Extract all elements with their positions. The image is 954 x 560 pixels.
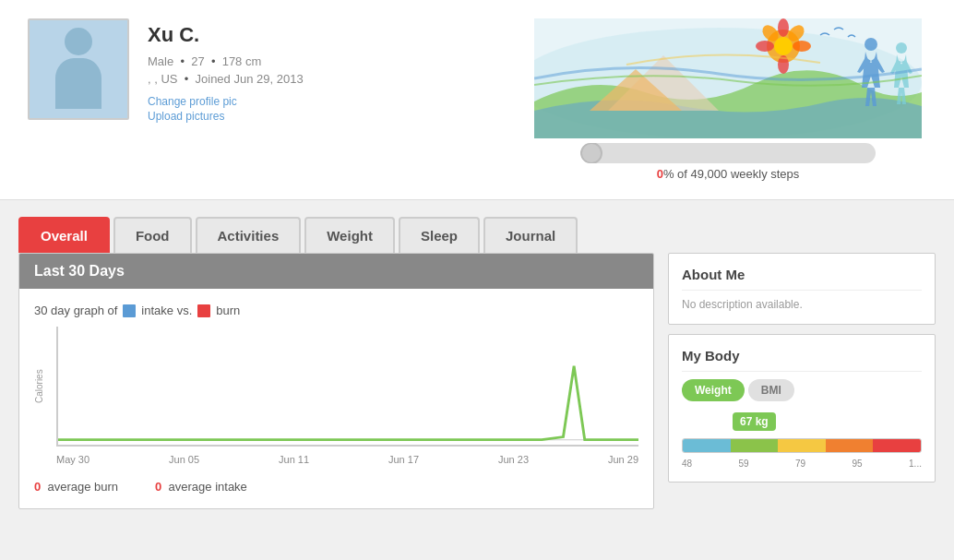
legend-burn-label: burn [216,304,240,317]
tab-activities[interactable]: Activities [196,217,302,253]
tab-weight[interactable]: Weight [304,217,395,253]
chart-svg [58,327,638,445]
profile-age: 27 [191,54,204,68]
chart-container: Calories [34,327,638,447]
steps-label: % of 49,000 weekly steps [663,167,799,181]
avg-intake-val: 0 [155,480,161,494]
profile-links: Change profile pic Upload pictures [148,95,304,123]
legend-burn-icon [197,304,210,317]
right-panel: About Me No description available. My Bo… [668,253,936,509]
body-tab-weight[interactable]: Weight [682,379,745,401]
bmi-seg-morbid [873,439,921,452]
svg-point-12 [865,38,877,51]
profile-section: Xu C. Male • 27 • 178 cm , , US • Joined… [0,0,954,200]
page-wrapper: Xu C. Male • 27 • 178 cm , , US • Joined… [0,0,954,560]
panel-body: 30 day graph of intake vs. burn Calories [19,289,653,508]
avg-intake-label: average intake [169,480,247,494]
x-label-0: May 30 [56,454,89,465]
steps-text: 0% of 49,000 weekly steps [657,167,800,181]
tab-sleep[interactable]: Sleep [399,217,480,253]
avatar-body [55,58,101,109]
avg-intake-stat: 0 average intake [155,480,247,494]
about-me-card: About Me No description available. [668,253,936,325]
avatar-head [65,28,92,55]
chart-stats: 0 average burn 0 average intake [34,476,638,494]
bmi-seg-underweight [683,439,731,452]
legend-intake-label: intake vs. [141,304,192,317]
profile-meta-row1: Male • 27 • 178 cm [148,54,304,68]
y-axis-label: Calories [34,327,53,447]
profile-location: , , US [148,72,178,86]
bmi-label-1: 59 [739,459,749,469]
bmi-label-4: 1... [909,459,922,469]
bmi-seg-normal [731,439,779,452]
bmi-seg-obese [826,439,874,452]
last-30-days-panel: Last 30 Days 30 day graph of intake vs. … [18,253,654,509]
avg-burn-stat: 0 average burn [34,480,118,494]
tab-food[interactable]: Food [113,217,192,253]
body-tabs: Weight BMI [682,379,922,401]
my-body-card: My Body Weight BMI 67 kg [668,334,936,483]
svg-point-4 [778,18,789,37]
about-me-title: About Me [682,267,922,291]
avg-burn-label: average burn [47,480,118,494]
bmi-container: 67 kg 48 59 79 95 1... [682,412,922,469]
panel-header: Last 30 Days [19,254,653,289]
steps-percent: 0 [657,167,663,181]
tabs-bar: Overall Food Activities Weight Sleep Jou… [0,200,954,253]
weight-value-badge: 67 kg [733,412,776,431]
banner-graphic [534,18,922,138]
profile-height: 178 cm [222,54,262,68]
x-label-1: Jun 05 [169,454,199,465]
avg-burn-val: 0 [34,480,41,494]
bmi-seg-overweight [778,439,826,452]
profile-meta-row2: , , US • Joined Jun 29, 2013 [148,72,304,86]
svg-point-7 [793,41,811,52]
steps-bar-knob[interactable] [580,143,602,163]
svg-point-6 [756,41,774,52]
bmi-bar-track [682,438,922,453]
change-profile-pic-link[interactable]: Change profile pic [148,95,304,108]
steps-bar-track[interactable] [580,143,876,163]
profile-name: Xu C. [148,23,304,47]
x-label-4: Jun 23 [498,454,529,465]
x-label-3: Jun 17 [388,454,419,465]
tab-overall[interactable]: Overall [18,217,110,253]
steps-bar-container [530,143,926,163]
profile-joined: Joined Jun 29, 2013 [196,72,304,86]
x-label-5: Jun 29 [608,454,638,465]
upload-pictures-link[interactable]: Upload pictures [148,110,304,123]
chart-area [56,327,638,447]
graph-legend: 30 day graph of intake vs. burn [34,304,638,317]
profile-gender: Male [148,54,173,68]
bmi-label-3: 95 [853,459,863,469]
banner-area: 0% of 49,000 weekly steps [530,18,926,181]
body-tab-bmi[interactable]: BMI [748,379,794,401]
avatar-silhouette [51,28,106,111]
bmi-label-2: 79 [795,459,805,469]
svg-point-13 [896,42,907,54]
profile-left: Xu C. Male • 27 • 178 cm , , US • Joined… [28,18,304,125]
about-me-description: No description available. [682,298,922,311]
avatar [28,18,129,120]
chart-x-labels: May 30 Jun 05 Jun 11 Jun 17 Jun 23 Jun 2… [34,454,638,465]
bmi-labels: 48 59 79 95 1... [682,459,922,469]
profile-info: Xu C. Male • 27 • 178 cm , , US • Joined… [148,18,304,125]
my-body-title: My Body [682,348,922,372]
tab-journal[interactable]: Journal [483,217,578,253]
x-label-2: Jun 11 [279,454,309,465]
bmi-label-0: 48 [682,459,692,469]
legend-prefix: 30 day graph of [34,304,117,317]
main-content: Last 30 Days 30 day graph of intake vs. … [0,253,954,528]
legend-intake-icon [123,304,136,317]
